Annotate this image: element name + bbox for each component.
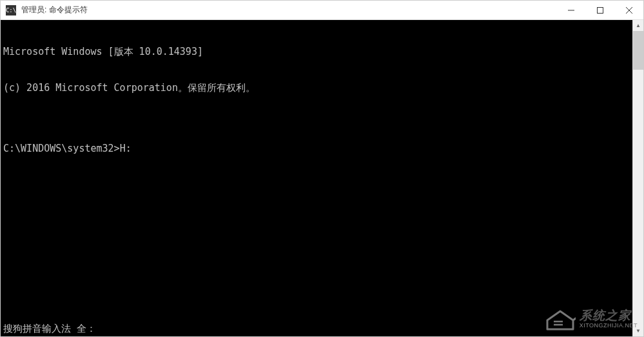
terminal[interactable]: Microsoft Windows [版本 10.0.14393] (c) 20… [1, 20, 632, 336]
terminal-area: Microsoft Windows [版本 10.0.14393] (c) 20… [1, 20, 643, 336]
window-title: 管理员: 命令提示符 [21, 5, 556, 15]
svg-rect-1 [597, 7, 603, 13]
cmd-window: C:\ 管理员: 命令提示符 Microsoft Windows [版本 10.… [0, 0, 644, 337]
terminal-prompt-line: C:\WINDOWS\system32>H: [3, 143, 630, 155]
terminal-line-copyright: (c) 2016 Microsoft Corporation。保留所有权利。 [3, 82, 630, 94]
window-controls [556, 1, 643, 19]
scroll-thumb[interactable] [633, 31, 643, 70]
maximize-button[interactable] [585, 1, 614, 19]
minimize-button[interactable] [556, 1, 585, 19]
terminal-prompt: C:\WINDOWS\system32> [3, 143, 120, 154]
vertical-scrollbar[interactable]: ▲ ▼ [632, 20, 643, 336]
ime-status: 搜狗拼音输入法 全： [3, 323, 96, 335]
scroll-down-button[interactable]: ▼ [633, 325, 643, 336]
titlebar[interactable]: C:\ 管理员: 命令提示符 [1, 1, 643, 20]
app-icon: C:\ [6, 5, 16, 15]
terminal-line-version: Microsoft Windows [版本 10.0.14393] [3, 46, 630, 58]
scroll-up-button[interactable]: ▲ [633, 20, 643, 31]
close-button[interactable] [614, 1, 643, 19]
terminal-command: H: [120, 143, 132, 154]
